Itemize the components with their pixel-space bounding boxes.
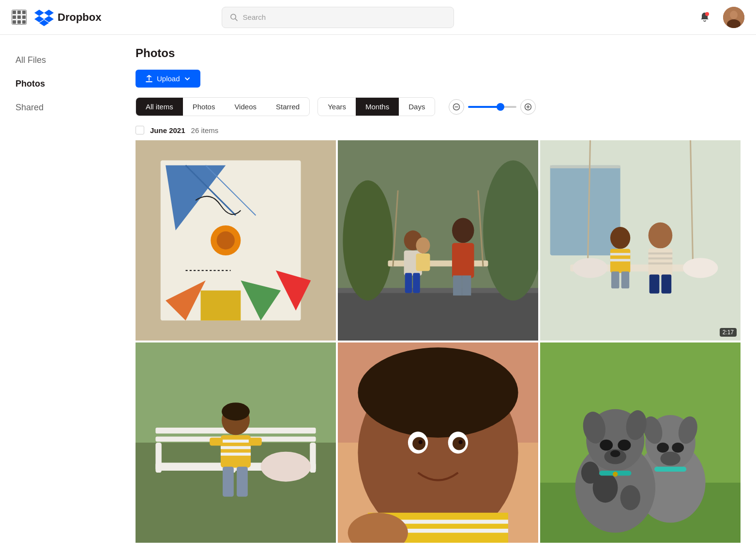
photo-cell-dogs[interactable] bbox=[540, 342, 741, 543]
svg-point-61 bbox=[683, 258, 718, 278]
svg-point-71 bbox=[222, 402, 250, 420]
svg-point-115 bbox=[610, 450, 620, 457]
search-wrapper bbox=[222, 7, 454, 28]
svg-point-108 bbox=[620, 485, 640, 510]
type-filter-group: All items Photos Videos Starred bbox=[136, 97, 310, 116]
zoom-slider[interactable] bbox=[468, 106, 516, 108]
photo-cell-family-swing[interactable]: 2:17 bbox=[540, 140, 741, 341]
svg-rect-104 bbox=[654, 467, 686, 472]
sidebar-item-photos[interactable]: Photos bbox=[8, 74, 112, 94]
avatar[interactable] bbox=[723, 7, 744, 28]
filter-tab-days[interactable]: Days bbox=[399, 98, 435, 116]
filter-tab-all-items[interactable]: All items bbox=[136, 98, 183, 116]
logo-link[interactable]: Dropbox bbox=[34, 9, 101, 26]
search-icon bbox=[230, 13, 238, 22]
photo-cell-boy-bench[interactable] bbox=[136, 342, 336, 543]
svg-rect-18 bbox=[201, 291, 241, 321]
svg-rect-33 bbox=[462, 275, 471, 295]
layout: All Files Photos Shared Photos Upload Al… bbox=[0, 35, 756, 550]
svg-point-112 bbox=[600, 440, 613, 451]
svg-point-117 bbox=[613, 472, 618, 476]
filter-tab-videos[interactable]: Videos bbox=[225, 98, 266, 116]
photo-family-placeholder bbox=[540, 140, 741, 341]
filter-tab-years[interactable]: Years bbox=[318, 98, 356, 116]
app-grid-button[interactable] bbox=[12, 10, 27, 25]
svg-point-30 bbox=[452, 218, 474, 243]
svg-rect-51 bbox=[649, 263, 673, 265]
header: Dropbox bbox=[0, 0, 756, 35]
svg-point-60 bbox=[573, 258, 607, 278]
svg-rect-39 bbox=[416, 253, 430, 271]
svg-rect-53 bbox=[661, 274, 671, 293]
filter-tab-starred[interactable]: Starred bbox=[266, 98, 309, 116]
svg-point-101 bbox=[657, 443, 669, 453]
svg-point-102 bbox=[672, 443, 684, 453]
zoom-out-icon bbox=[453, 103, 460, 111]
filter-tab-months[interactable]: Months bbox=[356, 98, 399, 116]
section-title: June 2021 bbox=[150, 126, 185, 134]
svg-rect-77 bbox=[249, 438, 262, 446]
svg-rect-36 bbox=[405, 273, 412, 293]
zoom-out-button[interactable] bbox=[449, 99, 464, 115]
svg-point-54 bbox=[610, 227, 630, 249]
section-june-2021-header: June 2021 26 items bbox=[136, 126, 741, 134]
svg-rect-59 bbox=[621, 271, 630, 288]
photo-grid-row2 bbox=[136, 342, 741, 543]
bell-icon bbox=[699, 12, 711, 23]
svg-rect-52 bbox=[650, 274, 660, 293]
photo-dogs-placeholder bbox=[540, 342, 741, 543]
svg-rect-79 bbox=[237, 467, 248, 497]
svg-rect-76 bbox=[210, 438, 223, 446]
photo-boy-selfie-placeholder bbox=[338, 342, 538, 543]
header-left: Dropbox bbox=[12, 9, 101, 26]
notifications-button[interactable] bbox=[694, 7, 715, 28]
zoom-group bbox=[449, 99, 536, 115]
svg-point-87 bbox=[412, 437, 425, 450]
section-count: 26 items bbox=[191, 126, 219, 134]
svg-rect-56 bbox=[610, 253, 630, 255]
svg-rect-42 bbox=[550, 165, 620, 255]
svg-rect-65 bbox=[155, 443, 161, 473]
svg-rect-73 bbox=[221, 440, 251, 443]
photo-grid: 2:17 bbox=[136, 140, 741, 341]
dropbox-logo-icon bbox=[34, 9, 54, 26]
svg-point-25 bbox=[343, 180, 393, 300]
filter-tab-photos[interactable]: Photos bbox=[183, 98, 225, 116]
search-container bbox=[222, 7, 454, 28]
photo-cell-porch-shoot[interactable] bbox=[338, 140, 538, 341]
svg-point-6 bbox=[723, 7, 744, 28]
search-input[interactable] bbox=[243, 13, 446, 21]
svg-point-0 bbox=[231, 14, 236, 19]
svg-point-1 bbox=[705, 12, 709, 16]
zoom-in-button[interactable] bbox=[520, 99, 536, 115]
video-duration-badge: 2:17 bbox=[720, 328, 737, 337]
section-select-checkbox[interactable] bbox=[136, 126, 144, 134]
upload-chevron-icon bbox=[184, 75, 191, 82]
photo-cell-art[interactable] bbox=[136, 140, 336, 341]
svg-rect-32 bbox=[453, 275, 462, 295]
avatar-image bbox=[723, 7, 744, 28]
svg-point-109 bbox=[581, 461, 599, 484]
photo-art-placeholder bbox=[136, 140, 336, 341]
time-filter-group: Years Months Days bbox=[318, 97, 435, 116]
upload-label: Upload bbox=[157, 74, 180, 83]
filters-row: All items Photos Videos Starred Years Mo… bbox=[136, 97, 741, 116]
svg-rect-43 bbox=[550, 165, 620, 168]
svg-rect-78 bbox=[223, 467, 234, 497]
sidebar-item-all-files[interactable]: All Files bbox=[8, 50, 112, 70]
photo-porch-placeholder bbox=[338, 140, 538, 341]
photo-boy-bench-placeholder bbox=[136, 342, 336, 543]
svg-rect-57 bbox=[610, 259, 630, 261]
svg-point-103 bbox=[660, 452, 680, 466]
page-title: Photos bbox=[136, 46, 741, 60]
svg-rect-50 bbox=[649, 257, 673, 259]
svg-rect-75 bbox=[221, 453, 251, 456]
svg-point-80 bbox=[261, 452, 311, 482]
svg-point-113 bbox=[618, 440, 631, 451]
main-content: Photos Upload All items Photos Videos St… bbox=[120, 35, 756, 550]
svg-point-47 bbox=[649, 223, 673, 249]
upload-button[interactable]: Upload bbox=[136, 70, 200, 88]
sidebar: All Files Photos Shared bbox=[0, 35, 120, 550]
photo-cell-boy-selfie[interactable] bbox=[338, 342, 538, 543]
sidebar-item-shared[interactable]: Shared bbox=[8, 98, 112, 118]
